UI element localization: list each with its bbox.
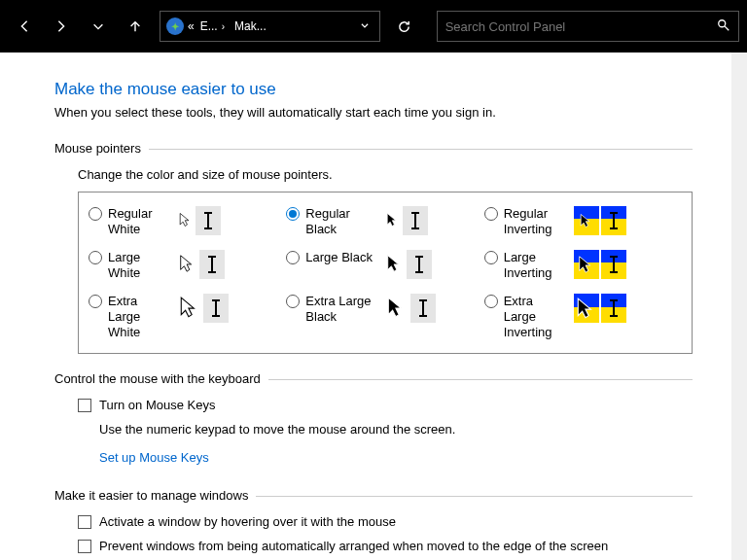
breadcrumb-item[interactable]: Mak... (234, 19, 267, 33)
arrow-cursor-icon (178, 296, 201, 322)
fieldset-manage-windows: Make it easier to manage windows Activat… (54, 488, 693, 555)
cursor-preview (574, 206, 626, 235)
arrow-cursor-icon (574, 294, 599, 323)
breadcrumb-item[interactable]: E... (200, 19, 218, 33)
option-xl-black[interactable]: Extra Large Black (286, 294, 483, 339)
radio-label: Regular Inverting (504, 206, 568, 236)
checkbox-label: Prevent windows from being automatically… (99, 539, 608, 555)
radio-label: Regular White (108, 206, 172, 236)
arrow-cursor-icon (178, 212, 194, 230)
option-large-white[interactable]: Large White (89, 250, 286, 280)
checkbox[interactable] (78, 540, 91, 553)
radio[interactable] (89, 207, 102, 221)
arrow-cursor-icon (178, 254, 197, 276)
checkbox-label: Turn on Mouse Keys (99, 398, 215, 414)
option-regular-inverting[interactable]: Regular Inverting (484, 206, 682, 236)
radio-label: Extra Large Inverting (504, 294, 568, 339)
fieldset-legend: Make it easier to manage windows (54, 488, 256, 503)
cursor-preview (178, 206, 221, 235)
option-large-inverting[interactable]: Large Inverting (484, 250, 682, 280)
ibeam-cursor-icon (196, 206, 221, 235)
radio-label: Large Black (305, 250, 379, 265)
back-chevrons: « (188, 19, 195, 33)
radio[interactable] (286, 295, 300, 308)
checkbox-mouse-keys[interactable]: Turn on Mouse Keys (78, 398, 693, 414)
search-box[interactable] (437, 11, 739, 42)
radio[interactable] (484, 207, 498, 221)
page-subtitle: When you select these tools, they will a… (54, 105, 693, 120)
radio[interactable] (89, 295, 102, 308)
recent-dropdown[interactable] (82, 10, 115, 43)
ibeam-cursor-icon (199, 250, 225, 279)
arrow-cursor-icon (385, 296, 409, 322)
forward-button[interactable] (45, 10, 78, 43)
up-button[interactable] (119, 10, 152, 43)
option-regular-black[interactable]: Regular Black (286, 206, 483, 236)
cursor-preview (385, 250, 432, 279)
fieldset-legend: Mouse pointers (54, 141, 149, 156)
option-xl-inverting[interactable]: Extra Large Inverting (484, 294, 682, 339)
back-button[interactable] (8, 10, 41, 43)
toolbar: ✦ « E... › Mak... (0, 0, 747, 52)
control-panel-icon: ✦ (166, 18, 184, 35)
checkbox-prevent-snap[interactable]: Prevent windows from being automatically… (78, 539, 693, 555)
radio-label: Extra Large White (108, 294, 172, 339)
checkbox[interactable] (78, 399, 91, 412)
mouse-keys-help: Use the numeric keypad to move the mouse… (99, 422, 693, 437)
fieldset-mouse-pointers: Mouse pointers Change the color and size… (54, 141, 693, 354)
ibeam-cursor-icon (407, 250, 432, 279)
radio-label: Large White (108, 250, 172, 280)
pointer-instruction: Change the color and size of mouse point… (78, 167, 693, 182)
search-icon[interactable] (717, 18, 730, 35)
cursor-preview (574, 250, 626, 279)
cursor-preview (178, 294, 229, 323)
ibeam-cursor-icon (601, 294, 626, 323)
refresh-button[interactable] (388, 10, 421, 43)
chevron-down-icon[interactable] (360, 20, 370, 32)
fieldset-legend: Control the mouse with the keyboard (54, 371, 268, 386)
content-area: Make the mouse easier to use When you se… (0, 52, 747, 560)
cursor-preview (385, 206, 428, 235)
radio[interactable] (286, 207, 300, 221)
arrow-cursor-icon (385, 254, 405, 276)
option-regular-white[interactable]: Regular White (89, 206, 286, 236)
svg-point-0 (719, 19, 726, 26)
arrow-cursor-icon (574, 206, 599, 235)
radio-label: Regular Black (305, 206, 379, 236)
radio[interactable] (484, 251, 498, 264)
cursor-preview (385, 294, 436, 323)
radio[interactable] (484, 295, 498, 308)
option-xl-white[interactable]: Extra Large White (89, 294, 286, 339)
ibeam-cursor-icon (410, 294, 436, 323)
chevron-right-icon: › (222, 21, 225, 32)
cursor-preview (178, 250, 225, 279)
pointer-grid: Regular White Regular Black (78, 192, 693, 354)
arrow-cursor-icon (385, 212, 401, 230)
radio-label: Extra Large Black (305, 294, 379, 324)
search-input[interactable] (445, 19, 717, 34)
radio[interactable] (286, 251, 300, 264)
option-large-black[interactable]: Large Black (286, 250, 483, 280)
page-title: Make the mouse easier to use (54, 80, 693, 99)
checkbox[interactable] (78, 515, 91, 529)
address-bar[interactable]: ✦ « E... › Mak... (160, 11, 380, 42)
ibeam-cursor-icon (403, 206, 428, 235)
ibeam-cursor-icon (203, 294, 229, 323)
checkbox-hover-activate[interactable]: Activate a window by hovering over it wi… (78, 514, 693, 531)
setup-mouse-keys-link[interactable]: Set up Mouse Keys (99, 450, 693, 465)
arrow-cursor-icon (574, 250, 599, 279)
ibeam-cursor-icon (601, 206, 626, 235)
checkbox-label: Activate a window by hovering over it wi… (99, 514, 396, 531)
ibeam-cursor-icon (601, 250, 626, 279)
radio-label: Large Inverting (504, 250, 568, 280)
cursor-preview (574, 294, 626, 323)
radio[interactable] (89, 251, 102, 264)
fieldset-keyboard-mouse: Control the mouse with the keyboard Turn… (54, 371, 693, 465)
